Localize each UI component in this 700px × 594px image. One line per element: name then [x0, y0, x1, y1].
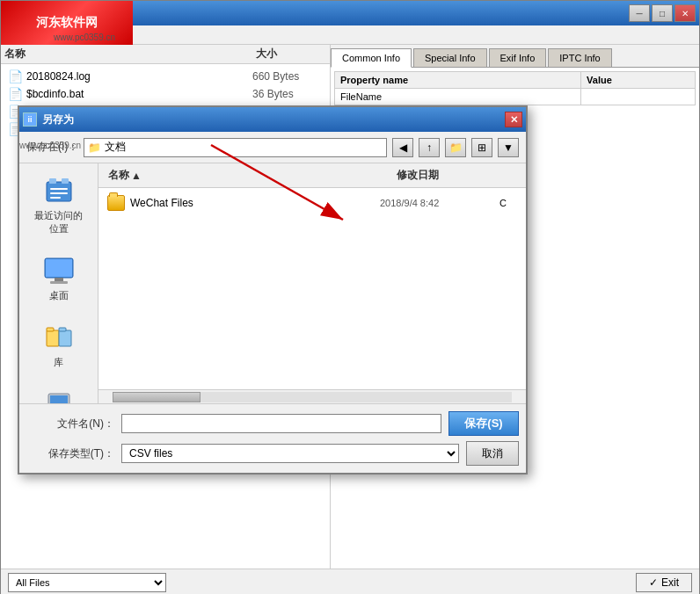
col-name-header: 名称: [4, 47, 256, 62]
doc-icon: 📄: [8, 87, 23, 101]
browser-item-name: WeChat Files: [130, 197, 375, 209]
col-date-header[interactable]: 修改日期: [390, 165, 505, 185]
dialog-close-button[interactable]: ✕: [505, 112, 522, 127]
prop-name: FileName: [335, 89, 581, 105]
file-browser-body: WeChat Files 2018/9/4 8:42 C: [98, 188, 526, 389]
scroll-thumb[interactable]: [113, 392, 201, 402]
filename-label: 文件名(N)：: [26, 417, 114, 431]
save-button[interactable]: 保存(S): [448, 411, 519, 436]
save-in-label: 保存在(I)：: [26, 140, 78, 155]
tab-iptc-info[interactable]: IPTC Info: [548, 48, 611, 67]
property-row: FileName: [335, 89, 696, 105]
tab-common-info[interactable]: Common Info: [331, 48, 412, 68]
nav-library-label: 库: [54, 356, 63, 369]
folder-icon-small: 📁: [88, 141, 101, 154]
browser-item-extra: C: [499, 198, 517, 208]
svg-rect-10: [47, 330, 59, 346]
browser-item-date: 2018/9/4 8:42: [380, 198, 494, 208]
filetype-label: 保存类型(T)：: [26, 446, 114, 461]
nav-desktop[interactable]: 桌面: [28, 250, 90, 307]
dialog-title-left: ii 另存为: [23, 112, 74, 127]
filename-row: 文件名(N)： 保存(S): [26, 411, 519, 436]
file-list-columns: 名称 大小: [1, 45, 330, 64]
tab-exif-info[interactable]: Exif Info: [489, 48, 547, 67]
horizontal-scrollbar[interactable]: [98, 389, 526, 403]
svg-rect-8: [55, 278, 63, 281]
nav-desktop-label: 桌面: [49, 289, 69, 302]
tabs-bar: Common Info Special Info Exif Info IPTC …: [331, 45, 699, 68]
doc-icon: 📄: [8, 69, 23, 83]
list-item[interactable]: 📄 20180824.log 660 Bytes: [4, 68, 326, 85]
file-size: 36 Bytes: [252, 88, 323, 100]
path-combo[interactable]: 📁 文档: [84, 138, 387, 157]
new-folder-button[interactable]: 📁: [445, 138, 466, 157]
up-button[interactable]: ↑: [419, 138, 440, 157]
close-button[interactable]: ✕: [674, 4, 696, 22]
filename-input[interactable]: [121, 414, 441, 433]
status-bar: All Files ✓ Exit: [1, 569, 699, 594]
list-item[interactable]: 📄 $bcdinfo.bat 36 Bytes: [4, 85, 326, 103]
back-button[interactable]: ◀: [392, 138, 413, 157]
svg-rect-12: [47, 328, 54, 331]
svg-rect-2: [62, 178, 69, 184]
path-value: 文档: [105, 140, 126, 155]
filetype-row: 保存类型(T)： CSV files 取消: [26, 441, 519, 466]
prop-value: [581, 89, 696, 105]
dialog-file-area: 名称 ▲ 修改日期 WeChat Files 2018/9/4 8:42 C: [98, 163, 526, 403]
browser-item-wechat[interactable]: WeChat Files 2018/9/4 8:42 C: [102, 192, 522, 214]
svg-rect-11: [59, 330, 71, 346]
recent-icon: [43, 175, 75, 206]
dialog-app-icon: ii: [23, 112, 37, 127]
nav-recent-label: 最近访问的位置: [33, 209, 85, 235]
svg-rect-4: [50, 192, 68, 194]
nav-library[interactable]: 库: [28, 317, 90, 373]
file-size: 660 Bytes: [252, 70, 323, 83]
title-bar-buttons: ─ □ ✕: [629, 4, 696, 22]
value-col-header: Value: [581, 72, 696, 89]
col-extra-header: [505, 165, 522, 185]
file-area-header: 名称 ▲ 修改日期: [98, 163, 526, 188]
view-button[interactable]: ⊞: [471, 138, 492, 157]
svg-rect-7: [46, 259, 72, 277]
prop-col-header: Property name: [335, 72, 581, 89]
view-dropdown-button[interactable]: ▼: [498, 138, 519, 157]
computer-icon: [43, 388, 75, 403]
filetype-select[interactable]: CSV files: [121, 444, 459, 463]
svg-rect-13: [59, 328, 66, 331]
svg-rect-5: [50, 197, 61, 199]
save-dialog: ii 另存为 ✕ 保存在(I)： 📁 文档 ◀ ↑ 📁 ⊞ ▼: [18, 105, 528, 474]
tab-special-info[interactable]: Special Info: [413, 48, 486, 67]
col-name-header[interactable]: 名称 ▲: [102, 165, 390, 185]
minimize-button[interactable]: ─: [629, 4, 650, 22]
exit-button[interactable]: ✓ Exit: [636, 573, 692, 592]
svg-rect-15: [50, 395, 68, 403]
dialog-title: 另存为: [42, 112, 74, 127]
restore-button[interactable]: □: [652, 4, 673, 22]
folder-icon: [107, 195, 125, 211]
svg-rect-1: [49, 178, 56, 184]
dialog-bottom: 文件名(N)： 保存(S) 保存类型(T)： CSV files 取消: [19, 403, 526, 473]
dialog-body: 最近访问的位置 桌面: [19, 163, 526, 403]
logo-text: 河东软件网: [36, 15, 98, 31]
logo-area: 河东软件网: [1, 1, 133, 45]
exit-checkmark-icon: ✓: [649, 576, 658, 589]
svg-rect-9: [50, 281, 68, 284]
desktop-icon: [43, 255, 75, 286]
cancel-button[interactable]: 取消: [466, 441, 519, 466]
dialog-nav: 最近访问的位置 桌面: [19, 163, 98, 403]
nav-computer[interactable]: 计算机: [28, 384, 90, 403]
dialog-toolbar: 保存在(I)： 📁 文档 ◀ ↑ 📁 ⊞ ▼: [19, 132, 526, 163]
file-name: $bcdinfo.bat: [26, 88, 249, 100]
nav-recent[interactable]: 最近访问的位置: [28, 170, 90, 240]
scroll-track: [113, 392, 512, 402]
properties-table: Property name Value FileName: [334, 71, 696, 105]
library-icon: [43, 322, 75, 353]
col-size-header: 大小: [256, 47, 326, 62]
file-name: 20180824.log: [26, 70, 249, 83]
exit-label: Exit: [661, 576, 679, 589]
sort-asc-icon: ▲: [131, 170, 142, 182]
file-filter-dropdown[interactable]: All Files: [8, 573, 166, 592]
dialog-title-bar: ii 另存为 ✕: [19, 107, 526, 132]
svg-rect-3: [50, 188, 68, 190]
